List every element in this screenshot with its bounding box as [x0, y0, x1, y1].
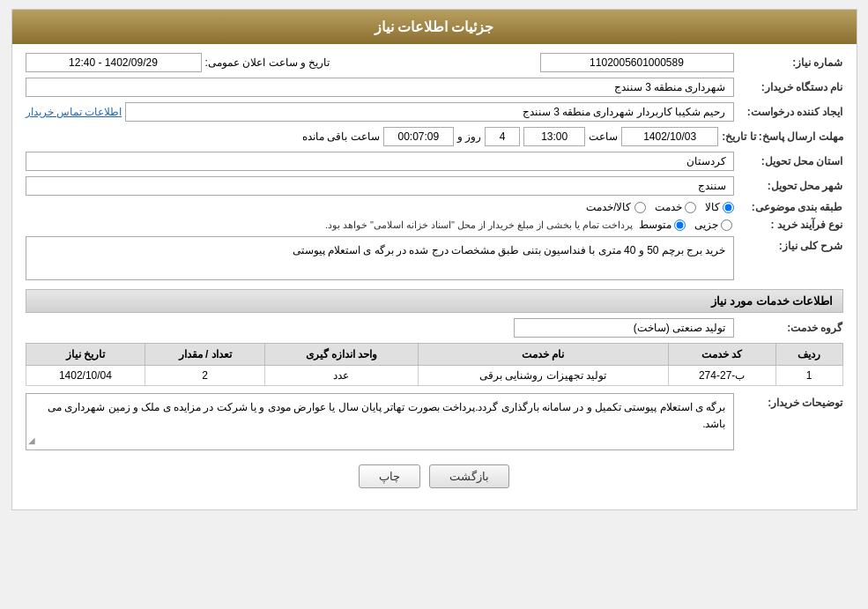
- buyer-org-value: شهرداری منطقه 3 سنندج: [26, 78, 734, 97]
- need-number-label: شماره نیاز:: [738, 56, 843, 69]
- back-button[interactable]: بازگشت: [429, 464, 509, 488]
- province-row: استان محل تحویل: کردستان: [26, 152, 843, 171]
- col-unit: واحد اندازه گیری: [265, 344, 419, 366]
- deadline-remain-label: ساعت باقی مانده: [302, 130, 380, 143]
- cell-row-num: 1: [775, 366, 842, 386]
- group-row: گروه خدمت: تولید صنعتی (ساخت): [26, 318, 843, 338]
- page-header: جزئیات اطلاعات نیاز: [12, 10, 857, 44]
- purchase-type-note: پرداخت تمام یا بخشی از مبلغ خریدار از مح…: [325, 219, 634, 231]
- cell-quantity: 2: [145, 366, 265, 386]
- category-radio-group: کالا خدمت کالا/خدمت: [586, 201, 733, 213]
- table-row: 1 ب-27-274 تولید تجهیزات روشنایی برقی عد…: [26, 366, 842, 386]
- resize-handle-2: ◢: [28, 434, 35, 448]
- type-jozei[interactable]: جزیی: [694, 219, 732, 231]
- services-table: ردیف کد خدمت نام خدمت واحد اندازه گیری ت…: [26, 343, 843, 386]
- buyer-notes-value: برگه ی استعلام پیوستی تکمیل و در سامانه …: [26, 393, 734, 450]
- cell-need-date: 1402/10/04: [26, 366, 145, 386]
- narration-label: شرح کلی نیاز:: [738, 236, 843, 252]
- group-label: گروه خدمت:: [738, 322, 843, 334]
- creator-row: ایجاد کننده درخواست: رحیم شکیبا کاربردار…: [26, 102, 843, 122]
- category-label: طبقه بندی موضوعی:: [738, 201, 843, 213]
- col-quantity: تعداد / مقدار: [145, 344, 265, 366]
- page-title: جزئیات اطلاعات نیاز: [375, 19, 494, 34]
- deadline-days-label: روز و: [457, 130, 481, 143]
- deadline-label: مهلت ارسال پاسخ: تا تاریخ:: [722, 130, 842, 143]
- category-khedmat[interactable]: خدمت: [655, 201, 696, 213]
- narration-row: شرح کلی نیاز: خرید برج برچم 50 و 40 متری…: [26, 236, 843, 280]
- cell-service-code: ب-27-274: [668, 366, 775, 386]
- cell-service-name: تولید تجهیزات روشنایی برقی: [418, 366, 668, 386]
- deadline-days-value: 4: [485, 127, 520, 146]
- col-row-num: ردیف: [775, 344, 842, 366]
- col-need-date: تاریخ نیاز: [26, 344, 145, 366]
- deadline-date: 1402/10/03: [621, 127, 718, 146]
- purchase-type-row: نوع فرآیند خرید : جزیی متوسط پرداخت تمام…: [26, 219, 843, 231]
- announcement-date-label: تاریخ و ساعت اعلان عمومی:: [205, 56, 330, 69]
- deadline-time-label: ساعت: [589, 130, 618, 143]
- services-section-header: اطلاعات خدمات مورد نیاز: [26, 289, 843, 313]
- need-number-row: شماره نیاز: 1102005601000589 تاریخ و ساع…: [26, 53, 843, 72]
- col-service-code: کد خدمت: [668, 344, 775, 366]
- deadline-remain-value: 00:07:09: [383, 127, 454, 146]
- bottom-buttons: بازگشت چاپ: [26, 456, 843, 501]
- city-value: سنندج: [26, 176, 734, 196]
- deadline-row: مهلت ارسال پاسخ: تا تاریخ: 1402/10/03 سا…: [26, 127, 843, 146]
- services-table-container: ردیف کد خدمت نام خدمت واحد اندازه گیری ت…: [26, 343, 843, 386]
- province-label: استان محل تحویل:: [738, 155, 843, 167]
- group-value: تولید صنعتی (ساخت): [514, 318, 734, 338]
- purchase-type-radio-group: جزیی متوسط: [639, 219, 732, 231]
- narration-value: خرید برج برچم 50 و 40 متری با فنداسیون ب…: [26, 236, 734, 280]
- type-motavaset[interactable]: متوسط: [639, 219, 686, 231]
- need-number-value: 1102005601000589: [540, 53, 734, 72]
- buyer-org-label: نام دستگاه خریدار:: [738, 81, 843, 93]
- city-label: شهر محل تحویل:: [738, 180, 843, 192]
- content-area: شماره نیاز: 1102005601000589 تاریخ و ساع…: [12, 44, 857, 509]
- print-button[interactable]: چاپ: [359, 464, 420, 488]
- province-value: کردستان: [26, 152, 734, 171]
- buyer-notes-label: توضیحات خریدار:: [738, 393, 843, 409]
- announcement-date-value: 1402/09/29 - 12:40: [26, 53, 202, 72]
- deadline-time-value: 13:00: [523, 127, 585, 146]
- contact-link[interactable]: اطلاعات تماس خریدار: [26, 106, 122, 118]
- city-row: شهر محل تحویل: سنندج: [26, 176, 843, 196]
- cell-unit: عدد: [265, 366, 419, 386]
- creator-label: ایجاد کننده درخواست:: [738, 106, 843, 118]
- creator-value: رحیم شکیبا کاربردار شهرداری منطقه 3 سنند…: [125, 102, 733, 122]
- page-container: جزئیات اطلاعات نیاز شماره نیاز: 11020056…: [11, 9, 857, 510]
- category-kala-khedmat[interactable]: کالا/خدمت: [586, 201, 645, 213]
- buyer-org-row: نام دستگاه خریدار: شهرداری منطقه 3 سنندج: [26, 78, 843, 97]
- buyer-notes-row: توضیحات خریدار: برگه ی استعلام پیوستی تک…: [26, 393, 843, 450]
- category-kala[interactable]: کالا: [705, 201, 734, 213]
- purchase-type-label: نوع فرآیند خرید :: [738, 219, 843, 231]
- col-service-name: نام خدمت: [418, 344, 668, 366]
- category-row: طبقه بندی موضوعی: کالا خدمت کالا/خدمت: [26, 201, 843, 213]
